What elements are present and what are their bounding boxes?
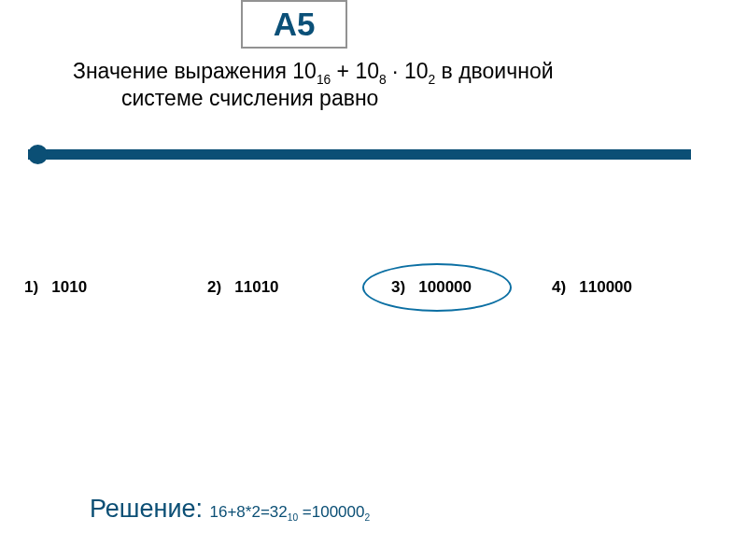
question-line2: системе счисления равно	[73, 85, 689, 112]
question-badge-label: А5	[274, 6, 316, 42]
option-2: 2) 11010	[207, 278, 279, 297]
option-2-value: 11010	[234, 278, 278, 296]
question-line1-pre: Значение выражения 10	[73, 59, 317, 83]
option-2-number: 2)	[207, 278, 234, 296]
option-4: 4) 110000	[552, 278, 632, 297]
option-1: 1) 1010	[24, 278, 87, 297]
solution-sub-2: 2	[364, 512, 370, 523]
correct-answer-ellipse-icon	[362, 263, 512, 312]
divider-bar	[28, 149, 691, 160]
divider-knob-icon	[28, 145, 48, 164]
slide: А5 Значение выражения 1016 + 108 · 102 в…	[0, 0, 747, 560]
option-4-value: 110000	[579, 278, 632, 296]
option-1-number: 1)	[24, 278, 51, 296]
solution-expr-mid: =100000	[298, 503, 364, 521]
option-4-number: 4)	[552, 278, 579, 296]
question-badge: А5	[241, 0, 347, 49]
question-sub-8: 8	[379, 73, 387, 87]
solution-block: Решение: 16+8*2=3210 =1000002	[90, 495, 370, 524]
question-line1-post: в двоичной	[435, 59, 553, 83]
solution-expr-pre: 16+8*2=32	[210, 503, 288, 521]
question-line1-mid2: · 10	[387, 59, 429, 83]
option-1-value: 1010	[51, 278, 87, 296]
divider-rule	[28, 145, 691, 164]
question-line1-mid1: + 10	[331, 59, 379, 83]
question-text: Значение выражения 1016 + 108 · 102 в дв…	[73, 58, 689, 112]
solution-label: Решение:	[90, 495, 210, 523]
solution-sub-10: 10	[288, 512, 298, 523]
